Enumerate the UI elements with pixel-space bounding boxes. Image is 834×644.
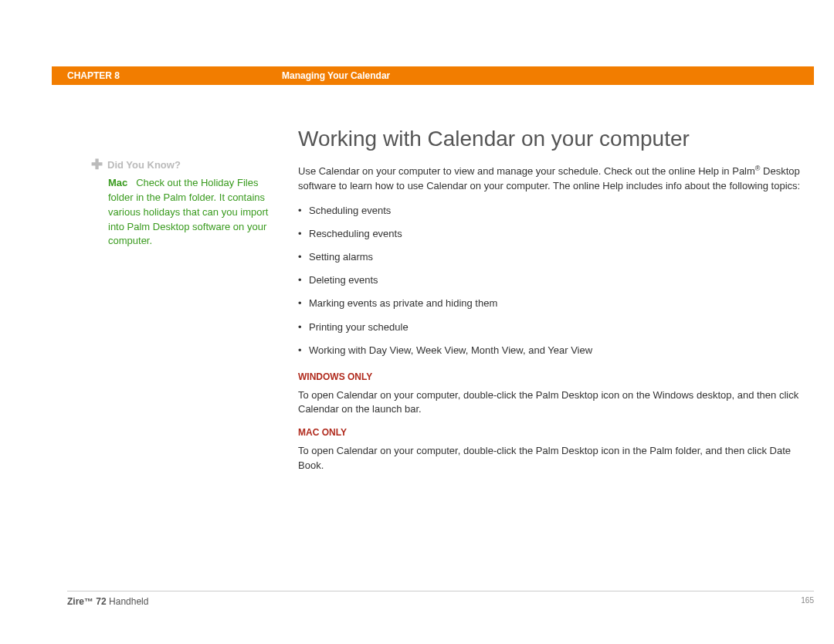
windows-only-heading: WINDOWS ONLY <box>298 371 803 382</box>
chapter-topic: Managing Your Calendar <box>282 70 390 81</box>
chapter-label: CHAPTER 8 <box>52 70 282 81</box>
dyk-body: Mac Check out the Holiday Files folder i… <box>91 176 269 249</box>
dyk-title: Did You Know? <box>107 159 181 171</box>
dyk-mac-label: Mac <box>108 177 127 188</box>
page-footer: Zire™ 72 Handheld 165 <box>67 591 814 607</box>
sidebar-did-you-know: ✚ Did You Know? Mac Check out the Holida… <box>91 158 269 249</box>
dyk-header: ✚ Did You Know? <box>91 158 269 171</box>
intro-paragraph: Use Calendar on your computer to view an… <box>298 164 803 193</box>
list-item: Marking events as private and hiding the… <box>309 297 803 310</box>
list-item: Printing your schedule <box>309 320 803 334</box>
plus-icon: ✚ <box>91 158 103 171</box>
main-content: Working with Calendar on your computer U… <box>298 127 803 483</box>
intro-a: Use Calendar on your computer to view an… <box>298 165 755 177</box>
mac-only-heading: MAC ONLY <box>298 427 803 438</box>
list-item: Working with Day View, Week View, Month … <box>309 344 803 358</box>
product-name: Zire™ 72 Handheld <box>67 596 148 607</box>
topic-list: Scheduling events Rescheduling events Se… <box>298 204 803 358</box>
list-item: Deleting events <box>309 273 803 287</box>
product-bold: Zire™ 72 <box>67 596 107 607</box>
page-title: Working with Calendar on your computer <box>298 127 803 151</box>
page-number: 165 <box>801 596 814 607</box>
mac-only-body: To open Calendar on your computer, doubl… <box>298 444 803 472</box>
dyk-text: Check out the Holiday Files folder in th… <box>108 177 268 246</box>
chapter-header-bar: CHAPTER 8 Managing Your Calendar <box>52 66 814 85</box>
list-item: Setting alarms <box>309 250 803 264</box>
list-item: Scheduling events <box>309 204 803 218</box>
list-item: Rescheduling events <box>309 227 803 241</box>
windows-only-body: To open Calendar on your computer, doubl… <box>298 388 803 416</box>
product-rest: Handheld <box>107 596 149 607</box>
